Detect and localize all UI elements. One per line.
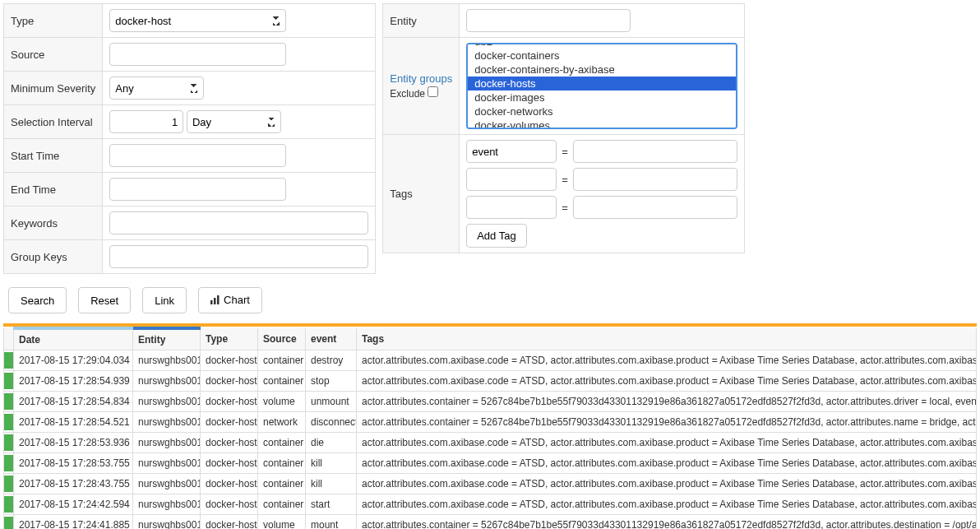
cell-event: die bbox=[306, 433, 357, 453]
start-time-input[interactable] bbox=[109, 144, 286, 167]
cell-date: 2017-08-15 17:28:54.834 bbox=[14, 392, 133, 412]
cell-tags: actor.attributes.com.axibase.code = ATSD… bbox=[357, 453, 977, 474]
col-status bbox=[4, 328, 14, 350]
status-indicator bbox=[4, 476, 14, 492]
col-date[interactable]: Date bbox=[14, 328, 133, 350]
entity-group-option[interactable]: docker-volumes bbox=[468, 118, 736, 129]
tag-value-input[interactable] bbox=[573, 196, 737, 219]
left-filter-form: Type docker-host Source Minimum Severity… bbox=[3, 3, 376, 274]
reset-button[interactable]: Reset bbox=[78, 287, 131, 313]
entity-group-option[interactable]: docker-containers bbox=[468, 49, 736, 63]
cell-type: docker-host bbox=[201, 474, 258, 494]
group-keys-label: Group Keys bbox=[4, 240, 103, 274]
cell-event: mount bbox=[306, 515, 357, 530]
cell-type: docker-host bbox=[201, 371, 258, 392]
cell-date: 2017-08-15 17:28:43.755 bbox=[14, 474, 133, 494]
col-source[interactable]: Source bbox=[258, 328, 306, 350]
table-row[interactable]: 2017-08-15 17:24:42.594nurswghbs001docke… bbox=[4, 494, 977, 515]
cell-entity: nurswghbs001 bbox=[133, 433, 201, 453]
chart-button[interactable]: Chart bbox=[198, 287, 262, 313]
entity-groups-list[interactable]: db2docker-containersdocker-containers-by… bbox=[466, 43, 737, 129]
exclude-checkbox[interactable] bbox=[428, 86, 438, 97]
table-row[interactable]: 2017-08-15 17:29:04.034nurswghbs001docke… bbox=[4, 350, 977, 371]
cell-entity: nurswghbs001 bbox=[133, 350, 201, 371]
cell-tags: actor.attributes.container = 5267c84be7b… bbox=[357, 392, 977, 412]
tag-value-input[interactable] bbox=[573, 168, 737, 191]
table-row[interactable]: 2017-08-15 17:28:53.755nurswghbs001docke… bbox=[4, 453, 977, 474]
cell-type: docker-host bbox=[201, 453, 258, 474]
group-keys-input[interactable] bbox=[109, 245, 368, 268]
link-button[interactable]: Link bbox=[142, 287, 187, 313]
col-tags[interactable]: Tags bbox=[357, 328, 977, 350]
search-button[interactable]: Search bbox=[8, 287, 67, 313]
entity-label: Entity bbox=[383, 4, 460, 38]
exclude-label: Exclude bbox=[390, 88, 425, 100]
status-indicator bbox=[4, 434, 14, 451]
status-indicator bbox=[4, 352, 14, 369]
end-time-input[interactable] bbox=[109, 178, 286, 201]
cell-tags: actor.attributes.container = 5267c84be7b… bbox=[357, 412, 977, 433]
tag-key-input[interactable] bbox=[466, 168, 557, 191]
col-entity[interactable]: Entity bbox=[133, 328, 201, 350]
entity-group-option[interactable]: docker-containers-by-axibase bbox=[468, 63, 736, 77]
type-select[interactable]: docker-host bbox=[109, 9, 286, 32]
table-row[interactable]: 2017-08-15 17:28:43.755nurswghbs001docke… bbox=[4, 474, 977, 494]
cell-source: network bbox=[258, 412, 306, 433]
cell-type: docker-host bbox=[201, 412, 258, 433]
col-event[interactable]: event bbox=[306, 328, 357, 350]
entity-group-option[interactable]: docker-images bbox=[468, 90, 736, 104]
add-tag-button[interactable]: Add Tag bbox=[466, 224, 526, 248]
cell-event: destroy bbox=[306, 350, 357, 371]
status-indicator bbox=[4, 517, 14, 529]
entity-groups-link[interactable]: Entity groups bbox=[390, 72, 452, 85]
source-input[interactable] bbox=[109, 43, 286, 66]
source-label: Source bbox=[4, 38, 103, 72]
keywords-input[interactable] bbox=[109, 211, 368, 234]
tag-equals: = bbox=[562, 146, 568, 158]
entity-group-option[interactable]: db2 bbox=[468, 43, 736, 49]
results-table: Date Entity Type Source event Tags 2017-… bbox=[3, 327, 977, 529]
tag-value-input[interactable] bbox=[573, 140, 737, 163]
min-severity-select[interactable]: Any bbox=[109, 77, 204, 100]
status-indicator bbox=[4, 455, 14, 471]
cell-date: 2017-08-15 17:28:54.939 bbox=[14, 371, 133, 392]
tag-equals: = bbox=[562, 174, 568, 186]
table-row[interactable]: 2017-08-15 17:28:54.834nurswghbs001docke… bbox=[4, 392, 977, 412]
selection-interval-number[interactable] bbox=[109, 110, 183, 133]
cell-type: docker-host bbox=[201, 392, 258, 412]
col-type[interactable]: Type bbox=[201, 328, 258, 350]
cell-entity: nurswghbs001 bbox=[133, 453, 201, 474]
tag-equals: = bbox=[562, 202, 568, 214]
table-row[interactable]: 2017-08-15 17:28:53.936nurswghbs001docke… bbox=[4, 433, 977, 453]
cell-type: docker-host bbox=[201, 350, 258, 371]
status-indicator bbox=[4, 414, 14, 430]
svg-rect-0 bbox=[210, 300, 213, 304]
cell-event: stop bbox=[306, 371, 357, 392]
entity-group-option[interactable]: docker-hosts bbox=[468, 77, 736, 90]
table-row[interactable]: 2017-08-15 17:28:54.521nurswghbs001docke… bbox=[4, 412, 977, 433]
cell-source: container bbox=[258, 453, 306, 474]
entity-group-option[interactable]: docker-networks bbox=[468, 104, 736, 118]
cell-event: kill bbox=[306, 453, 357, 474]
type-label: Type bbox=[4, 4, 103, 38]
status-indicator bbox=[4, 393, 14, 410]
chart-button-label: Chart bbox=[224, 294, 250, 306]
tag-key-input[interactable] bbox=[466, 196, 557, 219]
cell-entity: nurswghbs001 bbox=[133, 392, 201, 412]
table-row[interactable]: 2017-08-15 17:28:54.939nurswghbs001docke… bbox=[4, 371, 977, 392]
tag-row: = bbox=[466, 168, 737, 191]
cell-source: container bbox=[258, 474, 306, 494]
cell-entity: nurswghbs001 bbox=[133, 371, 201, 392]
selection-interval-unit[interactable]: Day bbox=[187, 110, 281, 133]
keywords-label: Keywords bbox=[4, 206, 103, 240]
cell-event: start bbox=[306, 494, 357, 515]
cell-entity: nurswghbs001 bbox=[133, 515, 201, 530]
table-row[interactable]: 2017-08-15 17:24:41.885nurswghbs001docke… bbox=[4, 515, 977, 530]
tag-key-input[interactable] bbox=[466, 140, 557, 163]
tag-row: = bbox=[466, 196, 737, 219]
entity-input[interactable] bbox=[466, 9, 631, 32]
status-indicator bbox=[4, 496, 14, 513]
cell-date: 2017-08-15 17:29:04.034 bbox=[14, 350, 133, 371]
cell-source: container bbox=[258, 371, 306, 392]
cell-date: 2017-08-15 17:24:42.594 bbox=[14, 494, 133, 515]
